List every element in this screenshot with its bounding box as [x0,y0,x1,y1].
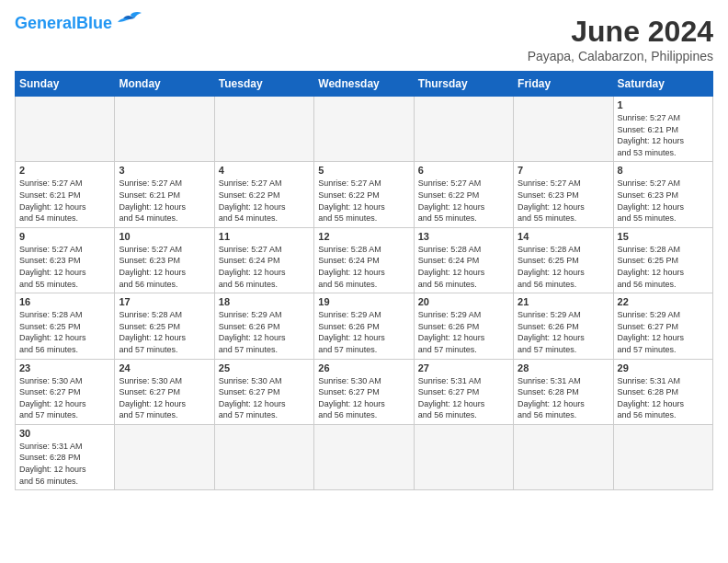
col-friday: Friday [514,72,613,97]
day-number: 6 [418,165,509,176]
table-row: 8Sunrise: 5:27 AMSunset: 6:23 PMDaylight… [613,162,712,227]
table-row [414,424,513,489]
table-row: 3Sunrise: 5:27 AMSunset: 6:21 PMDaylight… [115,162,214,227]
day-number: 11 [219,231,310,242]
table-row: 20Sunrise: 5:29 AMSunset: 6:26 PMDayligh… [414,293,513,359]
table-row: 26Sunrise: 5:30 AMSunset: 6:27 PMDayligh… [314,359,414,424]
day-info: Sunrise: 5:27 AMSunset: 6:21 PMDaylight:… [119,178,210,224]
day-number: 13 [418,231,509,242]
day-info: Sunrise: 5:30 AMSunset: 6:27 PMDaylight:… [318,375,409,421]
day-info: Sunrise: 5:28 AMSunset: 6:24 PMDaylight:… [318,244,409,290]
day-number: 25 [219,362,310,373]
table-row: 16Sunrise: 5:28 AMSunset: 6:25 PMDayligh… [16,293,115,359]
day-number: 9 [19,231,110,242]
col-sunday: Sunday [16,72,115,97]
logo-blue: Blue [76,14,112,32]
day-number: 20 [418,296,509,307]
logo-general: General [15,14,76,32]
day-info: Sunrise: 5:30 AMSunset: 6:27 PMDaylight:… [119,375,210,421]
day-info: Sunrise: 5:28 AMSunset: 6:25 PMDaylight:… [19,309,110,355]
day-info: Sunrise: 5:27 AMSunset: 6:23 PMDaylight:… [518,178,609,224]
table-row: 15Sunrise: 5:28 AMSunset: 6:25 PMDayligh… [613,227,712,293]
day-number: 2 [19,165,110,176]
day-number: 27 [418,362,509,373]
day-number: 3 [119,165,210,176]
table-row [16,97,115,162]
day-info: Sunrise: 5:27 AMSunset: 6:23 PMDaylight:… [19,244,110,290]
day-number: 17 [119,296,210,307]
day-info: Sunrise: 5:29 AMSunset: 6:26 PMDaylight:… [518,309,609,355]
day-info: Sunrise: 5:27 AMSunset: 6:21 PMDaylight:… [19,178,110,224]
logo-bird-icon [114,11,143,31]
table-row: 2Sunrise: 5:27 AMSunset: 6:21 PMDaylight… [16,162,115,227]
day-info: Sunrise: 5:29 AMSunset: 6:27 PMDaylight:… [618,309,709,355]
day-info: Sunrise: 5:28 AMSunset: 6:25 PMDaylight:… [618,244,709,290]
table-row: 23Sunrise: 5:30 AMSunset: 6:27 PMDayligh… [16,359,115,424]
day-info: Sunrise: 5:28 AMSunset: 6:25 PMDaylight:… [119,309,210,355]
day-info: Sunrise: 5:28 AMSunset: 6:24 PMDaylight:… [418,244,509,290]
col-saturday: Saturday [613,72,712,97]
day-number: 28 [518,362,609,373]
day-info: Sunrise: 5:30 AMSunset: 6:27 PMDaylight:… [219,375,310,421]
page-title: June 2024 [528,15,713,49]
table-row: 13Sunrise: 5:28 AMSunset: 6:24 PMDayligh… [414,227,513,293]
day-info: Sunrise: 5:27 AMSunset: 6:23 PMDaylight:… [618,178,709,224]
table-row: 24Sunrise: 5:30 AMSunset: 6:27 PMDayligh… [115,359,214,424]
table-row: 29Sunrise: 5:31 AMSunset: 6:28 PMDayligh… [613,359,712,424]
page-subtitle: Payapa, Calabarzon, Philippines [528,49,713,63]
title-section: June 2024 Payapa, Calabarzon, Philippine… [528,15,713,63]
table-row [314,97,414,162]
day-number: 12 [318,231,409,242]
day-info: Sunrise: 5:29 AMSunset: 6:26 PMDaylight:… [418,309,509,355]
day-info: Sunrise: 5:27 AMSunset: 6:21 PMDaylight:… [618,112,709,158]
day-number: 19 [318,296,409,307]
table-row: 11Sunrise: 5:27 AMSunset: 6:24 PMDayligh… [214,227,313,293]
day-number: 15 [618,231,709,242]
day-info: Sunrise: 5:27 AMSunset: 6:22 PMDaylight:… [219,178,310,224]
day-info: Sunrise: 5:28 AMSunset: 6:25 PMDaylight:… [518,244,609,290]
logo: GeneralBlue [15,15,143,31]
table-row: 27Sunrise: 5:31 AMSunset: 6:27 PMDayligh… [414,359,513,424]
table-row: 14Sunrise: 5:28 AMSunset: 6:25 PMDayligh… [514,227,613,293]
day-info: Sunrise: 5:27 AMSunset: 6:22 PMDaylight:… [418,178,509,224]
col-tuesday: Tuesday [214,72,313,97]
day-info: Sunrise: 5:31 AMSunset: 6:28 PMDaylight:… [618,375,709,421]
day-info: Sunrise: 5:27 AMSunset: 6:23 PMDaylight:… [119,244,210,290]
day-info: Sunrise: 5:31 AMSunset: 6:27 PMDaylight:… [418,375,509,421]
table-row [414,97,513,162]
table-row [214,97,313,162]
day-number: 1 [618,99,709,110]
day-number: 4 [219,165,310,176]
day-info: Sunrise: 5:29 AMSunset: 6:26 PMDaylight:… [219,309,310,355]
calendar-header-row: Sunday Monday Tuesday Wednesday Thursday… [16,72,713,97]
col-thursday: Thursday [414,72,513,97]
day-number: 30 [19,428,110,439]
table-row: 5Sunrise: 5:27 AMSunset: 6:22 PMDaylight… [314,162,414,227]
table-row: 7Sunrise: 5:27 AMSunset: 6:23 PMDaylight… [514,162,613,227]
day-number: 26 [318,362,409,373]
day-info: Sunrise: 5:31 AMSunset: 6:28 PMDaylight:… [518,375,609,421]
col-wednesday: Wednesday [314,72,414,97]
day-info: Sunrise: 5:27 AMSunset: 6:24 PMDaylight:… [219,244,310,290]
table-row: 4Sunrise: 5:27 AMSunset: 6:22 PMDaylight… [214,162,313,227]
table-row [514,424,613,489]
table-row [214,424,313,489]
table-row: 10Sunrise: 5:27 AMSunset: 6:23 PMDayligh… [115,227,214,293]
table-row: 19Sunrise: 5:29 AMSunset: 6:26 PMDayligh… [314,293,414,359]
day-number: 22 [618,296,709,307]
page-header: GeneralBlue June 2024 Payapa, Calabarzon… [15,15,713,63]
day-number: 8 [618,165,709,176]
table-row [115,424,214,489]
table-row: 17Sunrise: 5:28 AMSunset: 6:25 PMDayligh… [115,293,214,359]
calendar-table: Sunday Monday Tuesday Wednesday Thursday… [15,71,713,490]
table-row: 28Sunrise: 5:31 AMSunset: 6:28 PMDayligh… [514,359,613,424]
day-info: Sunrise: 5:31 AMSunset: 6:28 PMDaylight:… [19,441,110,487]
table-row [514,97,613,162]
table-row: 18Sunrise: 5:29 AMSunset: 6:26 PMDayligh… [214,293,313,359]
day-number: 5 [318,165,409,176]
day-info: Sunrise: 5:30 AMSunset: 6:27 PMDaylight:… [19,375,110,421]
table-row: 30Sunrise: 5:31 AMSunset: 6:28 PMDayligh… [16,424,115,489]
day-number: 7 [518,165,609,176]
day-number: 24 [119,362,210,373]
day-number: 14 [518,231,609,242]
